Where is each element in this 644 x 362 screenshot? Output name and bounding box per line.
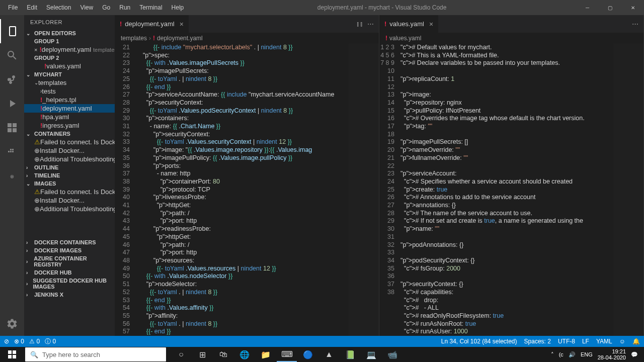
run-debug-icon[interactable]	[0, 92, 24, 116]
project-section[interactable]: ⌄MYCHART	[24, 70, 115, 78]
code-editor-1[interactable]: 21 22 23 24 25 26 27 28 29 30 31 32 33 3…	[115, 44, 379, 336]
code-editor-2[interactable]: 1 2 3 4 5 6 7 8 9 10 11 12 13 14 15 16 1…	[379, 44, 643, 336]
ingress-file[interactable]: ! ingress.yaml	[24, 121, 115, 130]
hpa-file[interactable]: ! hpa.yaml	[24, 113, 115, 121]
vscode-icon[interactable]: ⌨	[277, 347, 297, 362]
error-count[interactable]: ⊗ 0	[14, 338, 24, 345]
windows-taskbar: 🔍Type here to search ○ ⊞ 🛍 🌐 📁 ⌨ 🔵 ▲ 📗 💻…	[0, 347, 644, 362]
language-indicator[interactable]: ENG	[581, 351, 593, 357]
tray-chevron[interactable]: ˄	[551, 351, 554, 358]
window-title: deployment.yaml - mychart - Visual Studi…	[188, 4, 576, 11]
tabs-2: !values.yaml× ⋯	[379, 15, 643, 33]
encoding[interactable]: UTF-8	[558, 338, 575, 345]
menu-file[interactable]: File	[4, 2, 22, 13]
tabs-1: !deployment.yaml× ⫿⫿⋯	[115, 15, 379, 33]
split-editor-icon[interactable]: ⫿⫿	[356, 20, 363, 28]
images-troubleshoot[interactable]: ⊕ Additional Troubleshooting...	[24, 205, 115, 213]
chrome-icon[interactable]: 🔵	[298, 347, 318, 362]
store-icon[interactable]: 🛍	[213, 347, 233, 362]
system-tray: ˄ (c 🔊 ENG 19:2128-04-2020 💬	[551, 348, 644, 360]
minimap-2[interactable]	[613, 44, 643, 336]
app-icon[interactable]: 💻	[361, 347, 381, 362]
explorer-sidebar: EXPLORER ⌄OPEN EDITORS GROUP 1 ×! deploy…	[24, 15, 115, 336]
maximize-button[interactable]: ▢	[599, 0, 621, 15]
section-azure-container-registry[interactable]: ›AZURE CONTAINER REGISTRY	[24, 254, 115, 268]
docker-error[interactable]: ⚠ Failed to connect. Is Docker i...	[24, 138, 115, 146]
section-docker-hub[interactable]: ›DOCKER HUB	[24, 268, 115, 277]
cursor-position[interactable]: Ln 34, Col 102 (84 selected)	[441, 338, 517, 345]
images-error[interactable]: ⚠ Failed to connect. Is Docker i...	[24, 188, 115, 196]
open-editors-section[interactable]: ⌄OPEN EDITORS	[24, 29, 115, 37]
tab-deployment[interactable]: !deployment.yaml×	[115, 15, 189, 33]
source-control-icon[interactable]	[0, 67, 24, 92]
install-docker[interactable]: ⊕ Install Docker...	[24, 146, 115, 155]
edge-icon[interactable]: 🌐	[234, 347, 255, 362]
info-count[interactable]: ⓘ 0	[45, 337, 56, 346]
section-suggested-docker-hub-images[interactable]: ›SUGGESTED DOCKER HUB IMAGES	[24, 277, 115, 291]
cortana-icon[interactable]: ○	[171, 347, 191, 362]
menu-terminal[interactable]: Terminal	[135, 2, 166, 13]
deployment-file[interactable]: ! deployment.yaml	[24, 104, 115, 113]
taskbar-search[interactable]: 🔍Type here to search	[25, 347, 166, 361]
open-editor-values[interactable]: ! values.yaml	[24, 62, 115, 70]
eol[interactable]: LF	[582, 338, 589, 345]
kubernetes-icon[interactable]: ⎈	[0, 164, 24, 188]
timeline-section[interactable]: ›TIMELINE	[24, 171, 115, 179]
feedback-icon[interactable]: ☺	[619, 338, 625, 345]
editor-pane-2: !values.yaml× ⋯ ! values.yaml 1 2 3 4 5 …	[379, 15, 644, 336]
docker-icon[interactable]	[0, 140, 24, 164]
outline-section[interactable]: ›OUTLINE	[24, 163, 115, 171]
troubleshooting[interactable]: ⊕ Additional Troubleshooting...	[24, 155, 115, 163]
sidebar-title: EXPLORER	[24, 15, 115, 29]
more-actions-icon[interactable]: ⋯	[367, 20, 374, 28]
zoom-icon[interactable]: 📹	[382, 347, 403, 362]
search-icon[interactable]	[0, 43, 24, 67]
file-explorer-icon[interactable]: 📁	[256, 347, 276, 362]
helpers-file[interactable]: ! _helpers.tpl	[24, 96, 115, 104]
group-2-label: GROUP 2	[24, 54, 115, 62]
explorer-icon[interactable]	[0, 19, 24, 43]
section-docker-images[interactable]: ›DOCKER IMAGES	[24, 246, 115, 254]
minimap-1[interactable]	[349, 44, 379, 336]
action-center-icon[interactable]: 💬	[631, 351, 638, 358]
minimize-button[interactable]: ─	[576, 0, 599, 15]
vlc-icon[interactable]: ▲	[319, 347, 339, 362]
breadcrumb-1[interactable]: templates›! deployment.yaml	[115, 33, 379, 44]
close-button[interactable]: ✕	[621, 0, 644, 15]
task-view-icon[interactable]: ⊞	[192, 347, 212, 362]
menu-view[interactable]: View	[76, 2, 97, 13]
language-mode[interactable]: YAML	[596, 338, 612, 345]
notifications-icon[interactable]: 🔔	[632, 338, 640, 345]
start-button[interactable]	[0, 347, 24, 362]
app-icon[interactable]: 📗	[340, 347, 360, 362]
menu-edit[interactable]: Edit	[23, 2, 41, 13]
extensions-icon[interactable]	[0, 116, 24, 140]
images-section[interactable]: ⌄IMAGES	[24, 179, 115, 188]
warning-count[interactable]: ⚠ 0	[29, 338, 40, 345]
network-icon[interactable]: (c	[559, 351, 564, 357]
section-docker-containers[interactable]: ›DOCKER CONTAINERS	[24, 238, 115, 246]
group-1-label: GROUP 1	[24, 37, 115, 45]
templates-folder[interactable]: ⌄ templates	[24, 78, 115, 87]
menu-run[interactable]: Run	[115, 2, 134, 13]
close-tab-icon[interactable]: ×	[180, 20, 184, 28]
containers-section[interactable]: ⌄CONTAINERS	[24, 130, 115, 138]
menu-selection[interactable]: Selection	[42, 2, 75, 13]
tests-folder[interactable]: › tests	[24, 87, 115, 96]
section-jenkins-x[interactable]: ›JENKINS X	[24, 291, 115, 299]
menu-go[interactable]: Go	[98, 2, 114, 13]
settings-icon[interactable]	[0, 312, 24, 336]
images-install[interactable]: ⊕ Install Docker...	[24, 196, 115, 205]
open-editor-deployment[interactable]: ×! deployment.yaml templates	[24, 45, 115, 54]
breadcrumb-2[interactable]: ! values.yaml	[379, 33, 643, 44]
tab-values[interactable]: !values.yaml×	[379, 15, 439, 33]
indentation[interactable]: Spaces: 2	[524, 338, 551, 345]
sound-icon[interactable]: 🔊	[569, 351, 576, 358]
window-controls: ─ ▢ ✕	[576, 0, 644, 15]
menu-help[interactable]: Help	[168, 2, 188, 13]
editor-pane-1: !deployment.yaml× ⫿⫿⋯ templates›! deploy…	[115, 15, 379, 336]
remote-indicator[interactable]: ⊘	[4, 338, 9, 345]
clock[interactable]: 19:2128-04-2020	[598, 348, 626, 360]
close-tab-icon[interactable]: ×	[429, 20, 433, 28]
more-actions-icon[interactable]: ⋯	[632, 20, 638, 28]
